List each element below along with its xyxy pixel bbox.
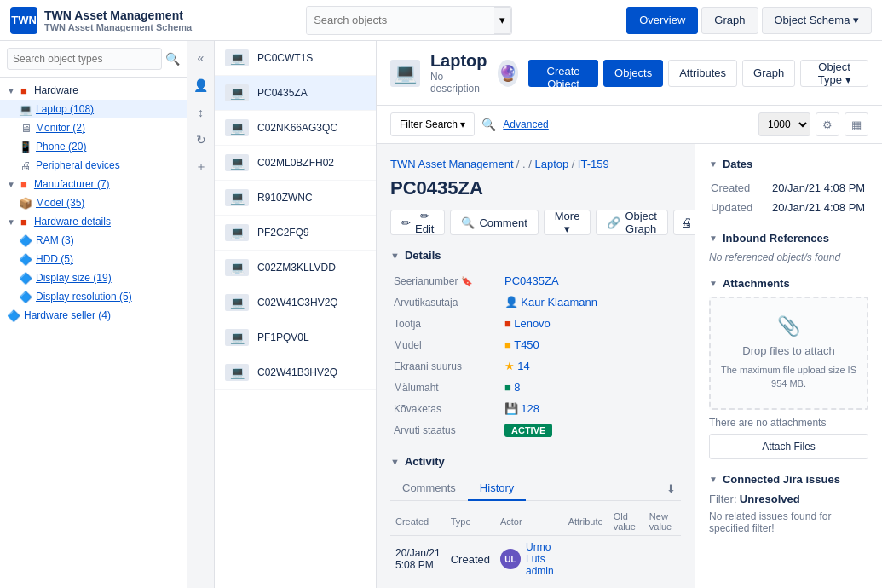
breadcrumb-it159[interactable]: IT-159 bbox=[578, 158, 609, 170]
field-link[interactable]: PC0435ZA bbox=[504, 274, 559, 287]
updated-label: Updated bbox=[711, 199, 770, 216]
collapse-icon: ▼ bbox=[7, 86, 15, 95]
list-item[interactable]: 💻 C02ZM3KLLVDD bbox=[215, 251, 376, 285]
sidebar-item-phone[interactable]: 📱 Phone (20) bbox=[0, 137, 187, 156]
object-name: C02ZM3KLLVDD bbox=[257, 262, 336, 274]
panel-icon-4[interactable]: ↻ bbox=[191, 130, 211, 150]
collapse-icon: ▼ bbox=[7, 217, 15, 227]
jira-section-title[interactable]: ▼ Connected Jira issues bbox=[709, 473, 868, 486]
field-link[interactable]: T450 bbox=[514, 338, 539, 351]
created-value: 20/Jan/21 4:08 PM bbox=[772, 179, 867, 197]
sidebar-item-display-res[interactable]: 🔷 Display resolution (5) bbox=[0, 287, 187, 306]
download-icon[interactable]: ⬇ bbox=[661, 477, 681, 500]
collapse-icon: ▼ bbox=[709, 233, 718, 243]
sidebar-search-icon[interactable]: 🔍 bbox=[165, 52, 180, 66]
list-item[interactable]: 💻 C02ML0BZFH02 bbox=[215, 146, 376, 181]
display-size-icon: 🔷 bbox=[19, 271, 32, 285]
actor-name[interactable]: UrmoLuts admin bbox=[526, 541, 558, 577]
field-link[interactable]: Lenovo bbox=[514, 317, 551, 330]
object-type-description: No description bbox=[430, 71, 487, 95]
object-list-items: 💻 PC0CWT1S 💻 PC0435ZA 💻 C02NK66AG3QC 💻 C… bbox=[215, 41, 376, 588]
field-link[interactable]: Kaur Klaamann bbox=[521, 296, 597, 308]
filter-search-button[interactable]: Filter Search ▾ bbox=[390, 112, 475, 136]
collapse-sidebar-icon[interactable]: « bbox=[191, 48, 211, 68]
count-select[interactable]: 1000 25 50 100 200 500 bbox=[758, 112, 810, 136]
tab-comments[interactable]: Comments bbox=[390, 476, 468, 501]
sidebar-item-manufacturer[interactable]: ▼ ■ Manufacturer (7) bbox=[0, 175, 187, 193]
field-link[interactable]: 8 bbox=[514, 381, 520, 394]
attributes-button[interactable]: Attributes bbox=[668, 60, 737, 87]
breadcrumb-asset[interactable]: TWN Asset Management bbox=[390, 158, 514, 170]
edit-label: ✏ Edit bbox=[415, 210, 434, 235]
search-input[interactable] bbox=[307, 7, 494, 34]
sidebar-item-hardware-details[interactable]: ▼ ■ Hardware details bbox=[0, 212, 187, 231]
sidebar-item-monitor[interactable]: 🖥 Monitor (2) bbox=[0, 118, 187, 137]
attach-drop-zone[interactable]: 📎 Drop files to attach The maximum file … bbox=[709, 297, 868, 410]
list-item[interactable]: 💻 C02W41B3HV2Q bbox=[215, 355, 376, 390]
tab-history[interactable]: History bbox=[468, 476, 526, 501]
field-link[interactable]: 128 bbox=[521, 402, 539, 415]
object-graph-button[interactable]: 🔗 Object Graph bbox=[596, 210, 668, 235]
dates-section-title[interactable]: ▼ Dates bbox=[709, 158, 868, 170]
list-item[interactable]: 💻 PF1PQV0L bbox=[215, 320, 376, 355]
sidebar-item-peripheral[interactable]: 🖨 Peripheral devices bbox=[0, 156, 187, 175]
object-type-button[interactable]: Object Type ▾ bbox=[800, 60, 868, 87]
list-item[interactable]: 💻 C02NK66AG3QC bbox=[215, 111, 376, 146]
settings-icon[interactable]: ⚙ bbox=[816, 112, 839, 136]
topbar-nav: Overview Graph Object Schema ▾ bbox=[626, 7, 872, 34]
list-item[interactable]: 💻 PC0CWT1S bbox=[215, 41, 376, 76]
object-type-icon: 💻 bbox=[390, 60, 420, 87]
field-value: ★ 14 bbox=[501, 355, 681, 377]
sidebar-item-laptop[interactable]: 💻 Laptop (108) bbox=[0, 100, 187, 118]
panel-icon-2[interactable]: 👤 bbox=[191, 75, 211, 95]
monitor-icon: 🖥 bbox=[19, 121, 32, 135]
sidebar-item-model[interactable]: 📦 Model (35) bbox=[0, 193, 187, 212]
attach-files-button[interactable]: Attach Files bbox=[709, 434, 868, 459]
sidebar-item-hardware[interactable]: ▼ ■ Hardware bbox=[0, 81, 187, 100]
breadcrumb-laptop[interactable]: Laptop bbox=[535, 158, 569, 170]
graph-button[interactable]: Graph bbox=[742, 60, 795, 87]
left-panel: « 👤 ↕ ↻ ＋ bbox=[187, 41, 215, 588]
attachments-title[interactable]: ▼ Attachments bbox=[709, 277, 868, 290]
layout-icon[interactable]: ▦ bbox=[845, 112, 868, 136]
panel-icon-3[interactable]: ↕ bbox=[191, 102, 211, 123]
sidebar-item-hardware-seller[interactable]: 🔷 Hardware seller (4) bbox=[0, 306, 187, 325]
sidebar-search-input[interactable] bbox=[7, 48, 162, 70]
field-key: Arvutikasutaja bbox=[390, 291, 501, 313]
filter-search-icon[interactable]: 🔍 bbox=[481, 118, 496, 131]
objects-button[interactable]: Objects bbox=[603, 60, 663, 87]
inbound-refs-title[interactable]: ▼ Inbound References bbox=[709, 232, 868, 245]
list-item[interactable]: 💻 PF2C2FQ9 bbox=[215, 216, 376, 251]
sidebar-item-ram[interactable]: 🔷 RAM (3) bbox=[0, 231, 187, 250]
details-section-header[interactable]: ▼ Details bbox=[390, 249, 681, 262]
create-object-button[interactable]: Create Object bbox=[528, 60, 598, 87]
sidebar-item-hdd[interactable]: 🔷 HDD (5) bbox=[0, 250, 187, 268]
list-item[interactable]: 💻 C02W41C3HV2Q bbox=[215, 285, 376, 320]
more-button[interactable]: More ▾ bbox=[544, 210, 591, 235]
list-item[interactable]: 💻 PC0435ZA bbox=[215, 76, 376, 111]
created-label: Created bbox=[711, 179, 770, 197]
overview-button[interactable]: Overview bbox=[626, 7, 698, 34]
sidebar-item-label: Display size (19) bbox=[36, 272, 112, 284]
field-link[interactable]: 14 bbox=[517, 360, 529, 372]
activity-section-header[interactable]: ▼ Activity bbox=[390, 455, 681, 468]
comment-button[interactable]: 🔍 Comment bbox=[450, 210, 538, 235]
action-buttons: ✏ ✏ Edit 🔍 Comment More ▾ 🔗 Object Graph bbox=[390, 210, 681, 235]
detail-wrapper: TWN Asset Management / . / Laptop / IT-1… bbox=[377, 144, 882, 588]
object-icon: 💻 bbox=[225, 329, 249, 346]
printer-icon-button[interactable]: 🖨 bbox=[673, 210, 695, 235]
graph-button[interactable]: Graph bbox=[701, 7, 758, 34]
object-name: C02W41C3HV2Q bbox=[257, 297, 338, 308]
activity-label: Activity bbox=[405, 455, 445, 468]
object-schema-button[interactable]: Object Schema ▾ bbox=[762, 7, 873, 34]
cell-actor: UL UrmoLuts admin bbox=[495, 536, 563, 583]
edit-button[interactable]: ✏ ✏ Edit bbox=[390, 210, 445, 235]
advanced-link[interactable]: Advanced bbox=[503, 118, 548, 130]
history-table: Created Type Actor Attribute Old value N… bbox=[390, 508, 681, 583]
sidebar-item-display-size[interactable]: 🔷 Display size (19) bbox=[0, 268, 187, 287]
search-dropdown-button[interactable]: ▾ bbox=[494, 7, 511, 34]
object-icon: 💻 bbox=[225, 154, 249, 171]
attachments-label: Attachments bbox=[723, 277, 790, 290]
panel-icon-5[interactable]: ＋ bbox=[191, 157, 211, 177]
list-item[interactable]: 💻 R910ZWNC bbox=[215, 181, 376, 216]
